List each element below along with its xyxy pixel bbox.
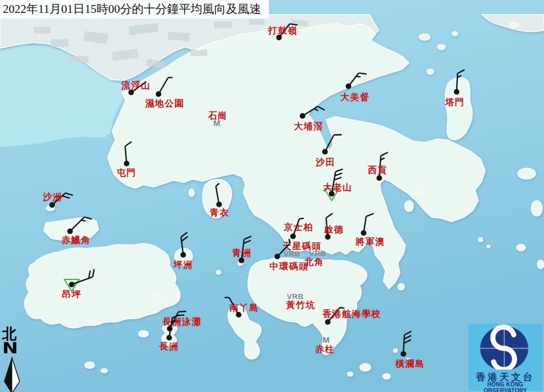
station-label: 坪洲 [173, 260, 193, 269]
station-label: 石崗 [208, 111, 228, 120]
station-label: 大埔滘 [294, 121, 324, 131]
station-dot [276, 35, 282, 40]
station-dot [49, 202, 55, 208]
vrb-marker: VRB [283, 250, 300, 258]
station-label: 西貢 [368, 165, 388, 175]
station-dot [156, 91, 161, 97]
north-letter-label: N [2, 342, 33, 355]
m-marker: M [323, 335, 330, 344]
station-dot [325, 319, 331, 325]
north-compass: 北 N [2, 327, 27, 392]
station-label: 青洲 [232, 248, 252, 258]
station-dot [322, 149, 328, 155]
compass-needle-icon [2, 356, 25, 392]
station-dot [325, 234, 331, 240]
station-label: 屯門 [117, 168, 137, 178]
map-svg: 打鼓嶺流浮山濕地公園M石崗大美督塔門大埔滘屯門沙田西貢沙洲大老山青衣赤鱲角京士柏… [0, 0, 544, 392]
hko-logo: 香港天文台 HONG KONG OBSERVATORY [468, 324, 542, 391]
station-dot [239, 258, 244, 263]
station-dot [300, 113, 305, 119]
station-label: 赤鱲角 [61, 235, 91, 245]
station-dot [124, 161, 129, 166]
map-title: 2022年11月01日15時00分的十分鐘平均風向及風速 [0, 0, 269, 18]
station-label: 長洲泳灘 [162, 316, 202, 326]
station-label: 青衣 [210, 208, 230, 217]
station-label: 沙洲 [43, 192, 63, 202]
station-dot [401, 351, 406, 357]
station-dot [166, 335, 172, 340]
station-label: 將軍澳 [355, 237, 385, 246]
station-label: 黃竹坑 [286, 300, 316, 310]
hko-name-english: HONG KONG OBSERVATORY [468, 381, 542, 392]
hko-typhoon-icon [468, 324, 542, 370]
station-dot [454, 89, 459, 95]
wind-barb-tick [356, 76, 361, 77]
station-dot [67, 228, 73, 234]
station-label: 流浮山 [121, 80, 151, 90]
station-dot [236, 312, 241, 318]
station-label: 中環碼頭 [269, 262, 309, 272]
station-label: 大老山 [323, 183, 353, 192]
station-dot [376, 175, 382, 181]
station-label: 長洲 [159, 342, 179, 351]
wind-map-screenshot: 打鼓嶺流浮山濕地公園M石崗大美督塔門大埔滘屯門沙田西貢沙洲大老山青衣赤鱲角京士柏… [0, 0, 544, 392]
station-label: 京士柏 [283, 222, 314, 232]
station-dot [361, 230, 366, 236]
station-dot [290, 234, 296, 239]
station-dot [180, 252, 186, 258]
station-dot [216, 202, 222, 207]
wind-barb-tick [178, 311, 186, 312]
station-label: 啟德 [324, 225, 344, 234]
station-label: 橫瀾島 [395, 359, 425, 368]
station-dot [69, 282, 75, 287]
wind-barb-tick [299, 218, 304, 219]
station-label: 打鼓嶺 [268, 26, 298, 35]
station-label: 沙田 [315, 157, 336, 167]
station-label: 香港航海學校 [322, 309, 382, 319]
station-label: 昂坪 [62, 290, 82, 299]
station-dot [128, 90, 134, 95]
station-dot [275, 254, 280, 259]
station-label: 赤柱 [315, 344, 335, 354]
vrb-marker: VRB [309, 249, 326, 258]
station-label: 大美督 [341, 92, 370, 102]
station-label: 南丫島 [229, 303, 259, 312]
station-label: 塔門 [445, 97, 465, 107]
station-dot [346, 83, 351, 89]
station-label: 濕地公園 [145, 99, 184, 109]
vrb-marker: VRB [287, 292, 304, 301]
wind-barb-tick [340, 307, 345, 308]
